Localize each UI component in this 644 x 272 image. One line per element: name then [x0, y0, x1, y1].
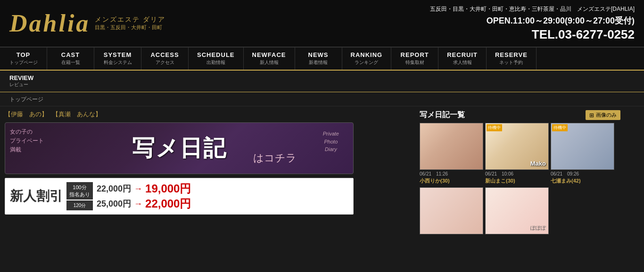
- photo-name-1: 小西りか(30): [420, 177, 483, 184]
- photo-thumb-2: 待機中 Mako: [485, 123, 549, 170]
- photo-grid: 06/21 11:26 小西りか(30) 待機中 Mako 06/21 10:0…: [420, 123, 620, 184]
- price-new-2: 22,000円: [145, 196, 191, 211]
- breadcrumb: トップページ: [0, 92, 644, 106]
- photo-item-5[interactable]: ぽぽぽ: [485, 187, 549, 234]
- nav-item-reserve[interactable]: RESERVE ネット予約: [487, 48, 537, 70]
- header-open: OPEN.11:00～29:00(9:00～27:00受付): [430, 15, 635, 26]
- photo-info-1: 06/21 11:26: [420, 171, 483, 177]
- promo-banner-sub: PrivatePhotoDiary: [323, 130, 339, 153]
- discount-price-row-2: 25,000円 → 22,000円: [97, 196, 348, 211]
- sub-nav-review: REVIEW レビュー: [0, 71, 644, 92]
- nav-item-cast[interactable]: CAST 在籍一覧: [47, 48, 94, 70]
- photo-grid-row2: ぽぽぽ: [420, 187, 620, 234]
- photo-diary-title: 写メ日記一覧: [420, 110, 465, 120]
- photo-only-label: 画像のみ: [596, 112, 617, 119]
- promo-banner-title: 写メ日記: [132, 133, 227, 163]
- cast-link-ito[interactable]: 【伊藤 あの】: [5, 110, 48, 119]
- nav-item-schedule[interactable]: SCHEDULE 出勤情報: [189, 48, 244, 70]
- discount-badge-2: 120分: [66, 200, 93, 210]
- nav-item-system[interactable]: SYSTEM 料金システム: [94, 48, 141, 70]
- photo-name-3: 七瀬まみ(42): [551, 177, 614, 184]
- photo-badge-2: 待機中: [487, 124, 502, 131]
- photo-item-1[interactable]: 06/21 11:26 小西りか(30): [420, 123, 483, 184]
- site-header: Dahlia メンズエステ ダリア 目黒・五反田・大井町・田町 五反田・目黒・大…: [0, 0, 644, 47]
- logo-main: Dahlia: [9, 9, 90, 37]
- photo-name-2: 新山まこ(30): [485, 177, 549, 184]
- logo-title: メンズエステ ダリア: [95, 16, 165, 24]
- cast-link-mase[interactable]: 【真瀬 あんな】: [52, 110, 101, 119]
- nav-item-top[interactable]: TOP トップページ: [0, 48, 47, 70]
- photo-thumb-3: 待機中: [551, 123, 614, 170]
- photo-diary-header: 写メ日記一覧 ⊞ 画像のみ: [420, 110, 620, 120]
- photo-info-3: 06/21 09:26: [551, 171, 614, 177]
- sub-nav-review-link[interactable]: REVIEW: [0, 72, 43, 81]
- photo-item-4[interactable]: [420, 187, 483, 234]
- header-area: 五反田・目黒・大井町・田町・恵比寿・三軒茶屋・品川 メンズエステ[DAHLIA]: [430, 5, 635, 13]
- breadcrumb-link[interactable]: トップページ: [9, 96, 43, 103]
- photo-item-2[interactable]: 待機中 Mako 06/21 10:06 新山まこ(30): [485, 123, 549, 184]
- promo-banner-arrow: はコチラ: [253, 151, 297, 165]
- discount-price-row-1: 22,000円 → 19,000円: [97, 181, 348, 196]
- discount-badge-1: 100分指名あり: [66, 182, 93, 200]
- grid-icon: ⊞: [589, 112, 594, 119]
- photo-thumb-1: [420, 123, 483, 170]
- photo-badge-3: 待機中: [552, 124, 568, 131]
- main-content: 【伊藤 あの】 【真瀬 あんな】 女の子のプライベート満載 写メ日記 Priva…: [0, 106, 644, 272]
- price-new-1: 19,000円: [145, 181, 191, 196]
- header-tel: TEL.03-6277-0252: [430, 27, 635, 42]
- header-info: 五反田・目黒・大井町・田町・恵比寿・三軒茶屋・品川 メンズエステ[DAHLIA]…: [430, 5, 635, 42]
- photo-info-2: 06/21 10:06: [485, 171, 549, 177]
- promo-banner[interactable]: 女の子のプライベート満載 写メ日記 PrivatePhotoDiary はコチラ: [5, 122, 354, 174]
- logo-subtitle-text: 目黒・五反田・大井町・田町: [95, 24, 165, 31]
- nav-item-access[interactable]: ACCESS アクセス: [141, 48, 189, 70]
- photo-only-button[interactable]: ⊞ 画像のみ: [586, 110, 620, 120]
- photo-item-3[interactable]: 待機中 06/21 09:26 七瀬まみ(42): [551, 123, 614, 184]
- nav-item-recruit[interactable]: RECRUIT 求人情報: [438, 48, 487, 70]
- nav-items: TOP トップページ CAST 在籍一覧 SYSTEM 料金システム ACCES…: [0, 48, 644, 70]
- right-panel: 写メ日記一覧 ⊞ 画像のみ 06/21 11:26 小西りか(30) 待機中: [415, 106, 625, 272]
- discount-title: 新人割引: [10, 187, 63, 205]
- cast-links: 【伊藤 あの】 【真瀬 あんな】: [5, 110, 410, 119]
- left-panel: 【伊藤 あの】 【真瀬 あんな】 女の子のプライベート満載 写メ日記 Priva…: [0, 106, 415, 272]
- nav-item-ranking[interactable]: RANKING ランキング: [342, 48, 392, 70]
- price-arrow-2: →: [134, 199, 142, 209]
- photo-thumb-4: [420, 187, 483, 234]
- discount-banner[interactable]: 新人割引 100分指名あり 120分 22,000円 → 19,000円 25,…: [5, 178, 354, 215]
- nav-bar: TOP トップページ CAST 在籍一覧 SYSTEM 料金システム ACCES…: [0, 47, 644, 71]
- photo-thumb-5: ぽぽぽ: [485, 187, 549, 234]
- nav-item-report[interactable]: REPORT 特集取材: [391, 48, 438, 70]
- logo-area: Dahlia メンズエステ ダリア 目黒・五反田・大井町・田町: [9, 9, 165, 37]
- nav-item-newface[interactable]: NEWFACE 新人情報: [244, 48, 295, 70]
- price-arrow-1: →: [134, 184, 142, 194]
- promo-banner-left-text: 女の子のプライベート満載: [10, 128, 44, 155]
- discount-prices: 22,000円 → 19,000円 25,000円 → 22,000円: [97, 181, 348, 211]
- logo-subtitle: メンズエステ ダリア 目黒・五反田・大井町・田町: [95, 16, 165, 31]
- nav-item-news[interactable]: NEWS 新着情報: [295, 48, 342, 70]
